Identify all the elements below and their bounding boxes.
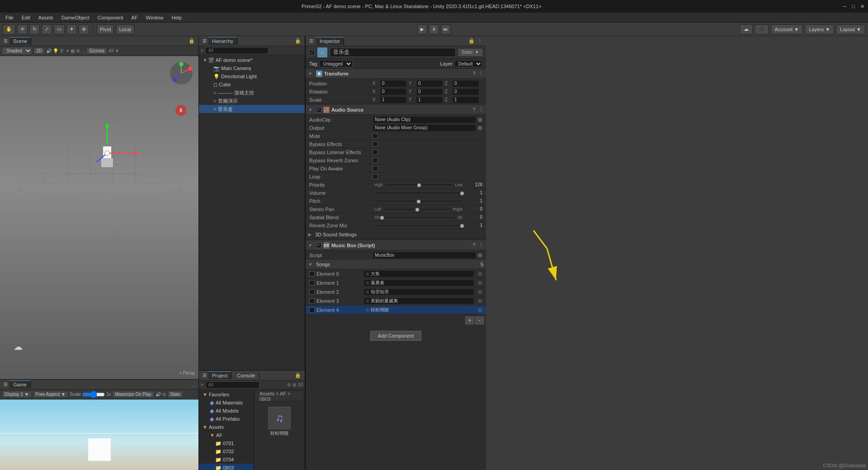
- af-folder[interactable]: ▼ AF: [199, 431, 254, 439]
- folder-0704[interactable]: 📁0704: [199, 456, 254, 464]
- element-4-pick[interactable]: ◎: [478, 307, 482, 313]
- transform-header[interactable]: ▼ ⊕ Transform ? ⋮: [306, 69, 486, 79]
- script-input[interactable]: MusicBox: [373, 252, 476, 259]
- transform-info-icon[interactable]: ?: [472, 70, 476, 76]
- element-2-pick[interactable]: ◎: [478, 289, 482, 295]
- audioclip-input[interactable]: None (Audio Clip): [373, 116, 476, 123]
- stereo-track[interactable]: [383, 208, 451, 210]
- layers-btn[interactable]: Layers ▼: [805, 24, 834, 34]
- shaded-dropdown[interactable]: Shaded: [2, 47, 32, 55]
- scene-lock[interactable]: 🔒: [189, 38, 195, 44]
- assets-group[interactable]: ▼ Assets: [199, 423, 254, 431]
- play-btn[interactable]: ▶: [417, 24, 427, 34]
- priority-track[interactable]: [385, 184, 453, 186]
- element-0-checkbox[interactable]: [309, 271, 315, 277]
- menu-gameobject[interactable]: GameObject: [58, 14, 93, 21]
- reverb-track[interactable]: [374, 225, 462, 226]
- close-btn[interactable]: ✕: [860, 4, 864, 9]
- maximize-btn[interactable]: Maximize On Play: [112, 391, 154, 398]
- element-2-value[interactable]: ♫ 知否知否: [363, 288, 474, 296]
- console-tab[interactable]: Console: [233, 372, 259, 379]
- rot-z-input[interactable]: [452, 88, 479, 95]
- hierarchy-lock[interactable]: 🔒: [295, 38, 301, 44]
- project-search[interactable]: [205, 381, 259, 389]
- menu-edit[interactable]: Edit: [18, 14, 34, 21]
- rot-y-input[interactable]: [416, 88, 443, 95]
- object-active-checkbox[interactable]: [309, 50, 315, 55]
- layout-btn[interactable]: Layout ▼: [836, 24, 865, 34]
- audioclip-pick[interactable]: ◎: [478, 117, 482, 122]
- volume-track[interactable]: [374, 192, 462, 194]
- element-3-checkbox[interactable]: [309, 298, 315, 304]
- rotate-tool-btn[interactable]: ↻: [29, 24, 40, 34]
- stats-btn[interactable]: Stats: [167, 391, 183, 398]
- custom-tool-btn[interactable]: ⊕: [79, 24, 89, 34]
- step-btn[interactable]: ⏭: [441, 24, 451, 34]
- element-1-checkbox[interactable]: [309, 280, 315, 286]
- audio-source-enabled[interactable]: [316, 107, 321, 113]
- add-component-btn[interactable]: Add Component: [370, 331, 422, 341]
- 2d-btn[interactable]: 2D: [33, 47, 45, 54]
- hierarchy-item-musicbox[interactable]: ○ 音乐盒: [199, 105, 305, 113]
- pivot-btn[interactable]: Pivot: [97, 24, 114, 34]
- inspector-tab[interactable]: Inspector: [316, 37, 344, 45]
- move-tool-btn[interactable]: ✛: [17, 24, 28, 34]
- element-4-checkbox[interactable]: [309, 307, 315, 313]
- scale-tool-btn[interactable]: ⤢: [42, 24, 52, 34]
- element-1-value[interactable]: ♫ 孤勇者: [363, 279, 474, 287]
- script-pick[interactable]: ◎: [478, 252, 482, 258]
- mute-checkbox[interactable]: [373, 133, 378, 139]
- element-3-value[interactable]: ♫ 美丽的夏威夷: [363, 297, 474, 305]
- output-pick[interactable]: ◎: [478, 125, 482, 131]
- output-input[interactable]: None (Audio Mixer Group): [373, 124, 476, 132]
- hierarchy-tab[interactable]: Hierarchy: [208, 37, 237, 45]
- hierarchy-item-audio[interactable]: ○ 音频演示: [199, 97, 305, 105]
- folder-0803[interactable]: 📁0803: [199, 464, 254, 470]
- transform-settings-icon[interactable]: ⋮: [478, 70, 483, 76]
- hierarchy-item-gamecontrol[interactable]: ○ --------- 游戏主控: [199, 89, 305, 97]
- hierarchy-item-scene[interactable]: ▼ 🎬 AF demo scene*: [199, 56, 305, 64]
- all-models[interactable]: ◉ All Models: [199, 407, 254, 415]
- loop-checkbox[interactable]: [373, 174, 378, 179]
- rect-tool-btn[interactable]: ▭: [54, 24, 65, 34]
- add-element-btn[interactable]: +: [465, 316, 474, 324]
- menu-assets[interactable]: Assets: [35, 14, 57, 21]
- folder-0701[interactable]: 📁0701: [199, 439, 254, 447]
- pos-x-input[interactable]: [380, 80, 407, 87]
- menu-file[interactable]: File: [2, 14, 17, 21]
- hierarchy-search[interactable]: [205, 47, 269, 54]
- scene-canvas[interactable]: X Y < Persp: [0, 56, 198, 379]
- music-box-header[interactable]: ▼ C# Music Box (Script) ? ⋮: [306, 240, 486, 250]
- element-1-pick[interactable]: ◎: [478, 280, 482, 286]
- hierarchy-item-camera[interactable]: 📷 Main Camera: [199, 64, 305, 72]
- audio-source-info[interactable]: ?: [472, 107, 476, 113]
- game-lock[interactable]: ...: [191, 382, 195, 387]
- element-4-value[interactable]: ♫ 轻松明朗: [363, 306, 474, 314]
- menu-component[interactable]: Component: [94, 14, 127, 21]
- scale-z-input[interactable]: [452, 96, 479, 103]
- hierarchy-item-light[interactable]: 💡 Directional Light: [199, 72, 305, 80]
- music-box-enabled[interactable]: [316, 243, 321, 248]
- folder-0702[interactable]: 📁0702: [199, 447, 254, 456]
- music-box-info[interactable]: ?: [472, 242, 476, 248]
- asset-file-qingsong[interactable]: ♫ 轻松明朗: [261, 407, 297, 437]
- object-name-input[interactable]: [330, 48, 456, 57]
- bypass-listener-checkbox[interactable]: [373, 150, 378, 155]
- menu-help[interactable]: Help: [168, 14, 186, 21]
- scale-x-input[interactable]: [380, 96, 407, 103]
- inspector-more[interactable]: ⋮: [477, 38, 482, 44]
- bypass-reverb-checkbox[interactable]: [373, 158, 378, 163]
- play-on-awake-checkbox[interactable]: [373, 166, 378, 171]
- all-prefabs[interactable]: ◉ All Prefabs: [199, 415, 254, 423]
- menu-af[interactable]: AF: [127, 14, 141, 21]
- scale-y-input[interactable]: [416, 96, 443, 103]
- menu-window[interactable]: Window: [142, 14, 167, 21]
- music-box-settings-icon[interactable]: ⋮: [478, 242, 483, 248]
- rot-x-input[interactable]: [380, 88, 407, 95]
- aspect-dropdown[interactable]: Free Aspect ▼: [33, 391, 68, 398]
- scale-slider[interactable]: [82, 391, 105, 398]
- audio-source-header[interactable]: ▼ 🔊 Audio Source ? ⋮: [306, 105, 486, 115]
- pos-y-input[interactable]: [416, 80, 443, 87]
- element-0-pick[interactable]: ◎: [478, 271, 482, 277]
- audio-source-settings-icon[interactable]: ⋮: [478, 107, 483, 113]
